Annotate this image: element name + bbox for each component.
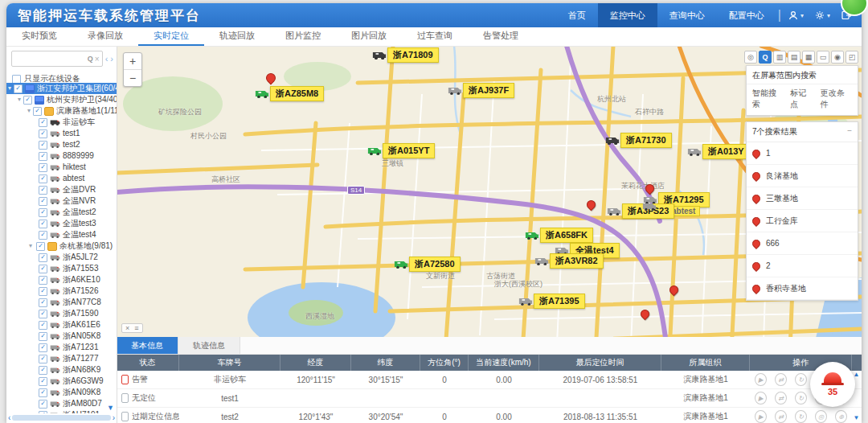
vehicle-marker[interactable]: 浙A72580 bbox=[394, 257, 461, 272]
nav-item[interactable]: 监控中心 bbox=[598, 3, 657, 27]
nav-item[interactable]: 查询中心 bbox=[657, 3, 717, 27]
tree-item[interactable]: ▾ 浙AN05K8 bbox=[6, 331, 117, 342]
tree-scroll-down-icon[interactable]: ▼ bbox=[107, 404, 114, 412]
info-tab[interactable]: 基本信息 bbox=[117, 337, 178, 354]
tree-item[interactable]: ▾ 浙AN09K8 bbox=[6, 387, 117, 398]
tree-item[interactable]: ▾ 浙AN68K9 bbox=[6, 364, 117, 376]
tree-item[interactable]: ▾ 浙AN77C8 bbox=[6, 297, 117, 308]
search-icon[interactable]: Q bbox=[88, 55, 93, 63]
alarm-float-button[interactable]: 35 bbox=[810, 362, 855, 407]
tree-checkbox[interactable] bbox=[39, 208, 47, 217]
module-tab[interactable]: 录像回放 bbox=[72, 27, 138, 46]
tree-checkbox[interactable] bbox=[39, 332, 47, 341]
expand-arrow-icon[interactable]: ▾ bbox=[27, 240, 34, 252]
tree-checkbox[interactable] bbox=[39, 276, 47, 285]
tree-item[interactable]: ▾ 浙AM80D7 bbox=[6, 398, 117, 409]
search-result-item[interactable]: 2 bbox=[747, 255, 858, 277]
marker-icon[interactable] bbox=[831, 51, 844, 64]
tree-item[interactable]: ▾ 全温NVR bbox=[6, 195, 117, 207]
refresh-icon[interactable]: ↻ bbox=[795, 373, 807, 386]
vehicle-marker[interactable]: 浙A013Y bbox=[687, 144, 750, 159]
search-result-item[interactable]: 666 bbox=[747, 232, 858, 255]
map-tools-icon[interactable]: ≡ bbox=[134, 324, 138, 332]
vehicle-marker[interactable]: 浙A71395 bbox=[518, 294, 585, 309]
vehicle-marker[interactable]: 浙AZ85M8 bbox=[255, 86, 324, 101]
clear-icon[interactable]: × bbox=[95, 55, 100, 64]
tree-item[interactable]: ▾ test1 bbox=[6, 128, 117, 139]
vehicle-marker[interactable]: 浙A3VR82 bbox=[534, 253, 604, 269]
module-tab[interactable]: 图片监控 bbox=[270, 27, 336, 46]
module-tab[interactable]: 图片回放 bbox=[336, 27, 402, 46]
tree-checkbox[interactable] bbox=[14, 84, 23, 93]
tree-item[interactable]: ▾ 全温test2 bbox=[6, 207, 117, 218]
expand-arrow-icon[interactable]: ▾ bbox=[18, 94, 21, 105]
search-icon[interactable] bbox=[759, 51, 772, 64]
play-icon[interactable]: ▶ bbox=[755, 410, 767, 423]
tree-item[interactable]: ▾ 全温DVR bbox=[6, 184, 117, 195]
tree-item[interactable]: ▾ 滨康路基地1(1/11) bbox=[6, 105, 117, 117]
search-result-item[interactable]: 工行金库 bbox=[747, 210, 858, 232]
tree-hscrollbar[interactable]: ‹ › bbox=[8, 414, 115, 421]
online-filter-checkbox[interactable] bbox=[12, 75, 21, 84]
marked-points-link[interactable]: 标记点 bbox=[790, 88, 813, 110]
user-menu[interactable]: ▾ bbox=[783, 10, 809, 20]
tree-checkbox[interactable] bbox=[39, 152, 47, 161]
tree-item[interactable]: ▾ 浙AH7191 bbox=[6, 409, 117, 413]
zoom-in-button[interactable]: + bbox=[124, 53, 141, 70]
tree-checkbox[interactable] bbox=[39, 366, 47, 375]
tree-checkbox[interactable] bbox=[39, 343, 47, 352]
tree-item[interactable]: ▾ 浙A71590 bbox=[6, 308, 117, 319]
vehicle-marker[interactable]: 浙A71730 bbox=[605, 133, 672, 148]
refresh-icon[interactable]: ↻ bbox=[795, 392, 807, 405]
tree-item[interactable]: ▾ abtest bbox=[6, 173, 117, 184]
module-tab[interactable]: 告警处理 bbox=[468, 27, 534, 46]
tree-item[interactable]: ▾ hiktest bbox=[6, 162, 117, 173]
tree-checkbox[interactable] bbox=[39, 118, 47, 127]
tree-checkbox[interactable] bbox=[39, 163, 47, 172]
search-result-item[interactable]: 1 bbox=[747, 142, 858, 165]
tree-checkbox[interactable] bbox=[39, 231, 47, 240]
table-row[interactable]: 告警 非运钞车 120°11'15" 30°15'15" 0 0.00 2019… bbox=[117, 371, 862, 389]
collapse-icon[interactable]: − bbox=[847, 126, 852, 138]
settings-menu[interactable]: ▾ bbox=[809, 10, 836, 20]
tree-checkbox[interactable] bbox=[39, 129, 47, 138]
tree-checkbox[interactable] bbox=[39, 287, 47, 296]
tree-item[interactable]: ▾ 8889999 bbox=[6, 150, 117, 162]
scroll-thumb[interactable] bbox=[12, 415, 110, 421]
change-conditions-link[interactable]: 更改条件 bbox=[821, 88, 852, 110]
locate-icon[interactable]: ◎ bbox=[815, 410, 827, 423]
tree-item[interactable]: ▾ 浙AK61E6 bbox=[6, 319, 117, 331]
info-tab[interactable]: 轨迹信息 bbox=[178, 337, 240, 354]
tree-checkbox[interactable] bbox=[39, 141, 47, 150]
tree-item[interactable]: ▾ 全温test4 bbox=[6, 229, 117, 240]
scroll-down-icon[interactable]: ▼ bbox=[854, 414, 860, 421]
scroll-left-icon[interactable]: ‹ bbox=[8, 414, 10, 421]
tree-checkbox[interactable] bbox=[23, 96, 32, 105]
expand-arrow-icon[interactable]: ▾ bbox=[27, 105, 31, 117]
tree-item[interactable]: ▾ 余杭基地(9/81) bbox=[6, 240, 117, 252]
tree-checkbox[interactable] bbox=[39, 197, 47, 206]
scroll-right-icon[interactable]: › bbox=[113, 414, 115, 421]
vehicle-marker[interactable]: 浙A015YT bbox=[367, 143, 435, 158]
search-result-item[interactable]: 良渚基地 bbox=[747, 165, 858, 187]
tree-item[interactable]: ▾ 浙A5JL72 bbox=[6, 252, 117, 263]
play-icon[interactable]: ▶ bbox=[755, 373, 767, 386]
tree-item[interactable]: ▾ 浙A71231 bbox=[6, 342, 117, 353]
nav-item[interactable]: 配置中心 bbox=[717, 3, 776, 27]
tree-checkbox[interactable] bbox=[39, 377, 47, 386]
table-row[interactable]: 无定位 test1 滨康路基地1 ▶ ⇄ ↻ ◎ ⊕ bbox=[117, 389, 862, 408]
tree-checkbox[interactable] bbox=[39, 321, 47, 330]
track-icon[interactable]: ⇄ bbox=[775, 392, 787, 405]
search-next-icon[interactable]: › bbox=[110, 54, 113, 64]
module-tab[interactable]: 过车查询 bbox=[402, 27, 468, 46]
locate-icon[interactable] bbox=[744, 51, 757, 64]
tree-checkbox[interactable] bbox=[39, 388, 47, 397]
tree-checkbox[interactable] bbox=[39, 175, 47, 183]
more-icon[interactable]: ⊕ bbox=[835, 410, 847, 423]
zoom-out-button[interactable]: − bbox=[124, 70, 141, 86]
tree-checkbox[interactable] bbox=[39, 310, 47, 318]
tree-checkbox[interactable] bbox=[39, 265, 47, 273]
fullscreen-icon[interactable] bbox=[845, 51, 858, 64]
vehicle-marker[interactable]: 浙A3FS23 bbox=[607, 203, 674, 219]
tree-checkbox[interactable] bbox=[33, 107, 42, 116]
